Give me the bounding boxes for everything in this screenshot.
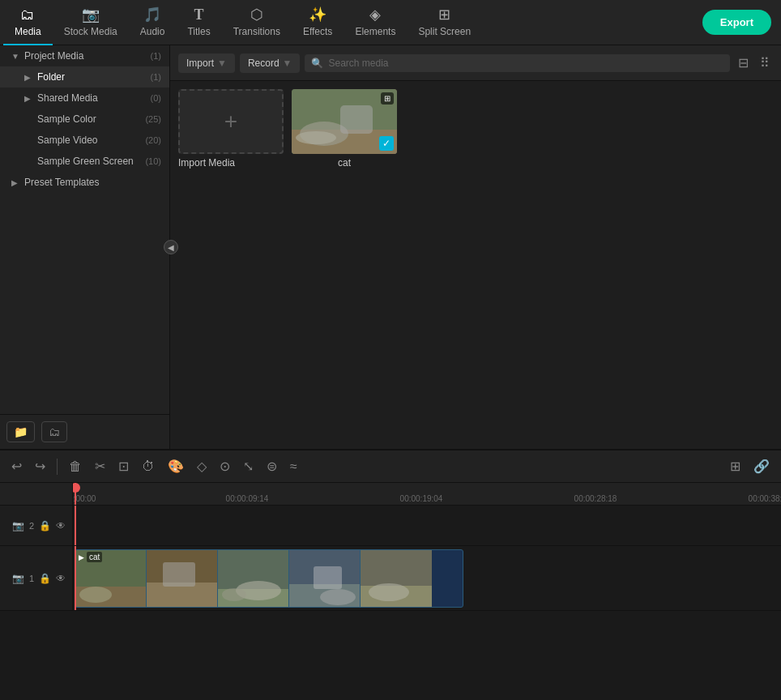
folder-arrow-icon: ▶ (24, 73, 34, 82)
nav-media[interactable]: 🗂 Media (3, 0, 53, 45)
nav-transitions-label: Transitions (233, 26, 280, 37)
transitions-icon: ⬡ (250, 6, 263, 23)
svg-point-18 (320, 589, 356, 605)
empty-track-content (73, 506, 781, 546)
svg-point-4 (296, 131, 336, 144)
shared-media-label: Shared Media (37, 92, 151, 104)
sidebar-item-folder[interactable]: ▶ Folder (1) (0, 66, 169, 88)
nav-split-screen[interactable]: ⊞ Split Screen (407, 0, 482, 45)
delete-button[interactable]: 🗑 (64, 456, 87, 477)
video-track-content: ▶ cat (73, 546, 781, 611)
media-toolbar: Import ▼ Record ▼ 🔍 ⊟ ⠿ (170, 45, 781, 81)
clip-frames (75, 550, 463, 607)
sidebar-item-sample-color[interactable]: Sample Color (25) (0, 109, 169, 130)
remove-folder-button[interactable]: 🗂 (41, 421, 67, 442)
sidebar-collapse-button[interactable]: ◀ (164, 240, 178, 254)
track-2-lock-icon[interactable]: 🔒 (39, 520, 51, 531)
nav-audio-label: Audio (140, 26, 165, 37)
play-icon: ▶ (79, 553, 84, 561)
frame-5 (361, 550, 432, 607)
sample-video-label: Sample Video (37, 134, 145, 146)
add-folder-button[interactable]: 📁 (6, 421, 35, 442)
svg-point-21 (369, 583, 409, 601)
right-panel: Import ▼ Record ▼ 🔍 ⊟ ⠿ (170, 45, 781, 449)
sidebar: ▼ Project Media (1) ▶ Folder (1) ▶ Share… (0, 45, 170, 449)
track-2-icon: 📷 (12, 520, 24, 531)
sidebar-item-sample-green-screen[interactable]: Sample Green Screen (10) (0, 151, 169, 172)
sidebar-bottom: 📁 🗂 (0, 414, 169, 449)
link-button[interactable]: 🔗 (749, 455, 775, 477)
audio-icon: 🎵 (143, 6, 161, 23)
sidebar-item-sample-video[interactable]: Sample Video (20) (0, 130, 169, 151)
titles-icon: T (194, 6, 204, 23)
nav-stock-media[interactable]: 📷 Stock Media (53, 0, 129, 45)
cat-media-item[interactable]: ⊞ ✓ cat (292, 89, 397, 169)
crop-button[interactable]: ⊡ (113, 455, 134, 477)
import-label: Import (186, 58, 214, 69)
search-input[interactable] (328, 58, 723, 69)
elements-icon: ◈ (369, 6, 381, 23)
search-box: 🔍 (305, 54, 730, 72)
timeline-body: 📷 2 🔒 👁 📷 1 🔒 👁 (0, 483, 781, 700)
timeline: ↩ ↪ 🗑 ✂ ⊡ ⏱ 🎨 ◇ ⊙ ⤡ ⊜ ≈ ⊞ 🔗 (0, 449, 781, 700)
frame-2-svg (147, 550, 218, 607)
adjustment-button[interactable]: ⊜ (262, 455, 282, 477)
playhead[interactable] (75, 483, 76, 505)
timeline-scroll-area[interactable]: 00:00:00:00 00:00:09:14 00:00:19:04 00:0… (73, 483, 781, 700)
export-button[interactable]: Export (702, 10, 771, 35)
nav-audio[interactable]: 🎵 Audio (129, 0, 177, 45)
time-ruler: 00:00:00:00 00:00:09:14 00:00:19:04 00:0… (73, 483, 781, 506)
track-1-icon: 📷 (12, 573, 24, 584)
search-icon: 🔍 (311, 58, 323, 69)
svg-rect-10 (163, 562, 195, 587)
cat-thumb[interactable]: ⊞ ✓ (292, 89, 397, 154)
sample-color-count: (25) (145, 114, 161, 124)
project-media-count: (1) (151, 51, 161, 61)
svg-rect-3 (340, 105, 373, 134)
nav-effects[interactable]: ✨ Effects (292, 0, 344, 45)
grid-view-button[interactable]: ⠿ (757, 53, 773, 72)
redo-button[interactable]: ↪ (30, 455, 50, 477)
filter-button[interactable]: ⊟ (735, 53, 752, 72)
playhead-line-empty (75, 506, 76, 545)
frame-2 (147, 550, 218, 607)
ruler-left (0, 483, 73, 506)
media-icon: 🗂 (20, 6, 35, 23)
import-media-item[interactable]: + Import Media (178, 89, 284, 169)
sidebar-item-shared-media[interactable]: ▶ Shared Media (0) (0, 88, 169, 109)
import-button[interactable]: Import ▼ (178, 53, 235, 73)
nav-elements[interactable]: ◈ Elements (344, 0, 407, 45)
nav-elements-label: Elements (355, 26, 395, 37)
track-2-eye-icon[interactable]: 👁 (56, 520, 66, 531)
effects-icon: ✨ (309, 6, 326, 23)
media-content: + Import Media (170, 81, 781, 449)
folder-label: Folder (37, 71, 151, 83)
folder-count: (1) (151, 72, 161, 82)
sidebar-item-project-media[interactable]: ▼ Project Media (1) (0, 45, 169, 66)
timeline-toolbar: ↩ ↪ 🗑 ✂ ⊡ ⏱ 🎨 ◇ ⊙ ⤡ ⊜ ≈ ⊞ 🔗 (0, 450, 781, 483)
split-screen-icon: ⊞ (438, 6, 450, 23)
nav-media-label: Media (15, 26, 41, 37)
record-button[interactable]: Record ▼ (240, 53, 301, 73)
nav-titles[interactable]: T Titles (176, 0, 221, 45)
snap-button[interactable]: ⊞ (725, 455, 745, 477)
undo-button[interactable]: ↩ (6, 455, 27, 477)
time-mark-4: 00:00:38:08 (749, 494, 781, 503)
keyframe-button[interactable]: ◇ (192, 455, 211, 477)
cat-clip[interactable]: ▶ cat (75, 549, 463, 608)
time-mark-3: 00:00:28:18 (574, 494, 617, 503)
frame-4-svg (289, 550, 361, 607)
sidebar-item-preset-templates[interactable]: ▶ Preset Templates (0, 172, 169, 193)
color-button[interactable]: 🎨 (163, 455, 189, 477)
speed-button[interactable]: ⏱ (137, 456, 160, 477)
audio-button[interactable]: ≈ (285, 456, 302, 477)
import-placeholder[interactable]: + (178, 89, 284, 154)
stabilize-button[interactable]: ⊙ (215, 455, 235, 477)
track-1-eye-icon[interactable]: 👁 (56, 573, 66, 584)
record-label: Record (248, 58, 280, 69)
transform-button[interactable]: ⤡ (238, 455, 258, 477)
track-1-lock-icon[interactable]: 🔒 (39, 573, 51, 584)
cut-button[interactable]: ✂ (90, 455, 110, 477)
top-nav: 🗂 Media 📷 Stock Media 🎵 Audio T Titles ⬡… (0, 0, 781, 45)
nav-transitions[interactable]: ⬡ Transitions (222, 0, 292, 45)
